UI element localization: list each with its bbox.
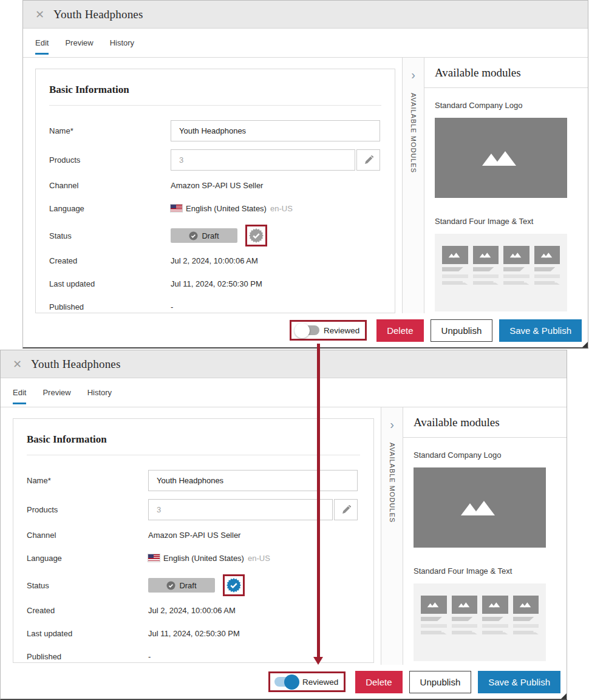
placeholder-column bbox=[534, 246, 560, 311]
delete-button[interactable]: Delete bbox=[355, 671, 402, 693]
product-edit-window-before: ✕ Youth Headphones Edit Preview History … bbox=[22, 0, 588, 348]
save-publish-button[interactable]: Save & Publish bbox=[478, 671, 560, 693]
section-title: Basic Information bbox=[49, 84, 381, 96]
modules-strip-label: AVAILABLE MODULES bbox=[410, 93, 417, 173]
products-input[interactable] bbox=[171, 149, 355, 171]
reviewed-toggle[interactable] bbox=[274, 677, 298, 687]
annotation-arrow-line bbox=[317, 344, 320, 658]
image-thumb bbox=[473, 246, 499, 264]
resize-grip[interactable] bbox=[582, 342, 588, 347]
section-divider bbox=[49, 105, 381, 106]
image-thumb bbox=[421, 596, 447, 614]
tab-edit[interactable]: Edit bbox=[35, 29, 49, 57]
channel-value: Amazon SP-API US Seller bbox=[148, 531, 240, 540]
module-company-logo-placeholder[interactable] bbox=[414, 467, 546, 548]
status-label: Status bbox=[49, 231, 171, 240]
mountains-icon bbox=[460, 500, 500, 515]
modules-panel-title: Available modules bbox=[435, 66, 521, 80]
action-bar: Reviewed Delete Unpublish Save & Publish bbox=[1, 665, 567, 699]
review-seal-icon[interactable] bbox=[248, 228, 264, 243]
edit-products-button[interactable] bbox=[356, 149, 380, 171]
review-seal-highlight bbox=[223, 574, 245, 596]
field-row-status: Status Draft bbox=[49, 225, 381, 246]
module-four-image-text-placeholder[interactable] bbox=[414, 583, 546, 661]
close-icon[interactable]: ✕ bbox=[13, 359, 22, 370]
window-header: ✕ Youth Headphones bbox=[23, 1, 588, 29]
channel-value: Amazon SP-API US Seller bbox=[171, 181, 263, 190]
chevron-right-icon[interactable]: › bbox=[411, 69, 415, 81]
status-value: Draft bbox=[202, 231, 219, 240]
field-row-channel: Channel Amazon SP-API US Seller bbox=[49, 178, 381, 192]
module-name: Standard Company Logo bbox=[414, 450, 556, 460]
pencil-icon bbox=[364, 155, 373, 165]
modules-panel-header: Available modules bbox=[424, 58, 588, 88]
field-row-last-updated: Last updated Jul 11, 2024, 02:50:30 PM bbox=[27, 627, 360, 640]
image-thumb bbox=[452, 596, 478, 614]
basic-information-card: Basic Information Name* Products Channel… bbox=[35, 69, 395, 313]
unpublish-button[interactable]: Unpublish bbox=[409, 671, 472, 693]
channel-label: Channel bbox=[49, 181, 171, 190]
tab-preview[interactable]: Preview bbox=[65, 29, 93, 57]
tab-preview[interactable]: Preview bbox=[43, 378, 70, 407]
mountains-icon bbox=[481, 150, 521, 166]
last-updated-value: Jul 11, 2024, 02:50:30 PM bbox=[171, 279, 262, 288]
image-thumb bbox=[503, 246, 529, 264]
status-badge: Draft bbox=[148, 578, 215, 593]
published-label: Published bbox=[49, 302, 171, 311]
tab-history[interactable]: History bbox=[87, 378, 112, 407]
resize-grip[interactable] bbox=[561, 693, 567, 699]
module-name: Standard Company Logo bbox=[435, 101, 577, 110]
page-title: Youth Headphones bbox=[31, 358, 120, 371]
action-bar: Reviewed Delete Unpublish Save & Publish bbox=[23, 313, 588, 347]
us-flag-icon bbox=[171, 205, 182, 212]
chevron-right-icon[interactable]: › bbox=[390, 418, 394, 430]
available-modules-panel: Available modules Standard Company Logo … bbox=[424, 58, 588, 313]
name-input[interactable] bbox=[148, 470, 358, 491]
mountains-icon bbox=[519, 602, 533, 608]
field-row-products: Products bbox=[27, 499, 360, 520]
module-four-image-text-placeholder[interactable] bbox=[435, 234, 567, 311]
products-input[interactable] bbox=[148, 499, 333, 520]
toggle-knob[interactable] bbox=[294, 323, 310, 338]
published-value: - bbox=[171, 302, 173, 311]
edit-products-button[interactable] bbox=[334, 499, 358, 520]
published-label: Published bbox=[27, 652, 148, 661]
name-input[interactable] bbox=[171, 120, 380, 141]
mountains-icon bbox=[509, 252, 523, 258]
last-updated-label: Last updated bbox=[27, 629, 148, 638]
field-row-name: Name* bbox=[49, 120, 381, 141]
save-publish-button[interactable]: Save & Publish bbox=[499, 319, 582, 342]
delete-button[interactable]: Delete bbox=[376, 319, 423, 342]
section-divider bbox=[27, 455, 360, 455]
available-modules-panel: Available modules Standard Company Logo … bbox=[403, 407, 567, 665]
unpublish-button[interactable]: Unpublish bbox=[431, 319, 493, 342]
review-seal-highlight bbox=[245, 225, 267, 246]
created-label: Created bbox=[27, 606, 148, 615]
check-circle-icon bbox=[189, 231, 198, 240]
annotation-arrow-head bbox=[313, 657, 323, 665]
modules-strip-label: AVAILABLE MODULES bbox=[389, 443, 396, 523]
module-company-logo-placeholder[interactable] bbox=[435, 118, 567, 198]
placeholder-column bbox=[513, 596, 539, 661]
toggle-knob[interactable] bbox=[284, 675, 299, 690]
reviewed-toggle[interactable] bbox=[296, 325, 319, 335]
language-label: Language bbox=[27, 554, 148, 563]
language-label: Language bbox=[49, 204, 171, 213]
reviewed-label: Reviewed bbox=[324, 326, 359, 335]
tab-history[interactable]: History bbox=[110, 29, 134, 57]
created-label: Created bbox=[49, 256, 171, 265]
modules-collapse-strip[interactable]: › AVAILABLE MODULES bbox=[402, 58, 424, 313]
check-circle-icon bbox=[166, 581, 175, 590]
reviewed-toggle-highlight: Reviewed bbox=[268, 671, 346, 692]
products-label: Products bbox=[49, 155, 171, 165]
reviewed-toggle-highlight: Reviewed bbox=[290, 320, 367, 341]
review-seal-icon[interactable] bbox=[226, 577, 242, 593]
field-row-created: Created Jul 2, 2024, 10:00:06 AM bbox=[27, 603, 360, 617]
name-label: Name* bbox=[27, 476, 148, 485]
tab-edit[interactable]: Edit bbox=[13, 378, 26, 407]
image-thumb bbox=[513, 596, 539, 614]
mountains-icon bbox=[488, 602, 502, 608]
mountains-icon bbox=[458, 602, 471, 608]
modules-collapse-strip[interactable]: › AVAILABLE MODULES bbox=[381, 407, 403, 665]
close-icon[interactable]: ✕ bbox=[35, 9, 44, 20]
